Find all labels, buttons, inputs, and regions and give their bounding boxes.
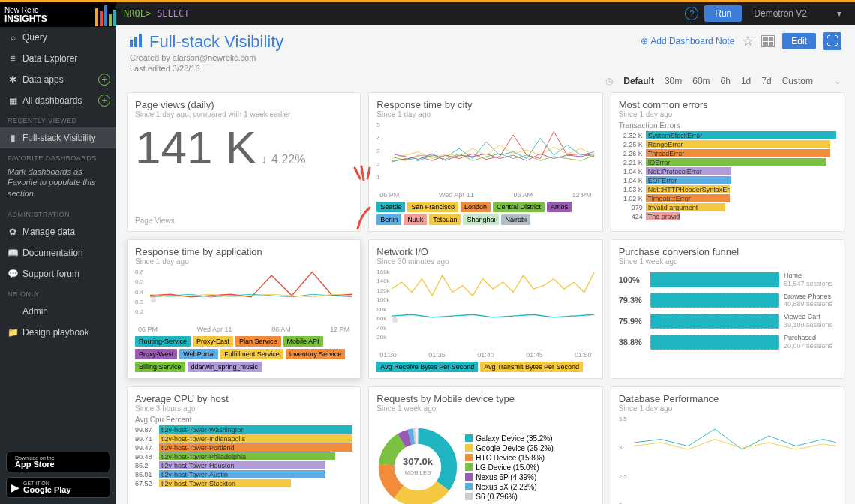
sidebar-item-manage-data[interactable]: ✿Manage data (0, 221, 116, 242)
legend-row[interactable]: Galaxy Device (35.2%) (465, 434, 553, 442)
cpu-row[interactable]: 90.48tl2v-host-Tower-Philadelphia (135, 452, 352, 460)
error-row[interactable]: 2.32 KSystemStackError (619, 131, 836, 140)
legend-row[interactable]: Google Device (25.2%) (465, 444, 553, 452)
error-row[interactable]: 1.02 KTimeout::Error (619, 194, 836, 202)
line-chart-icon (392, 268, 594, 322)
legend-chip[interactable]: Proxy-West (135, 349, 177, 359)
legend-chip[interactable]: Nairobi (501, 214, 530, 225)
card-response-city[interactable]: Response time by city Since 1 day ago 54… (368, 92, 602, 232)
legend-row[interactable]: HTC Device (15.8%) (465, 454, 553, 462)
error-row[interactable]: 1.04 KEOFError (619, 176, 836, 184)
add-icon[interactable]: + (98, 94, 110, 106)
legend-chip[interactable]: Nuuk (404, 214, 427, 225)
nav-icon: ▮ (8, 133, 18, 143)
legend-chip[interactable]: Avg Receive Bytes Per Second (376, 362, 478, 372)
time-option-7d[interactable]: 7d (761, 76, 771, 86)
card-cpu[interactable]: Average CPU by host Since 3 hours ago Av… (127, 386, 361, 504)
grid-view-icon[interactable] (761, 35, 775, 47)
legend-chip[interactable]: Billing Service (135, 362, 185, 372)
cpu-row[interactable]: 99.47tl2v-host-Tower-Portland (135, 443, 352, 452)
time-option-1d[interactable]: 1d (741, 76, 751, 86)
time-option-30m[interactable]: 30m (664, 76, 682, 86)
sidebar-item-support-forum[interactable]: 💬Support forum (0, 263, 116, 284)
legend-chip[interactable]: Shanghai (463, 214, 499, 225)
legend-chip[interactable]: Proxy-East (193, 336, 233, 346)
cpu-row[interactable]: 86.01tl2v-host-Tower-Austin (135, 470, 352, 478)
section-recently-viewed: RECENTLY VIEWED (0, 111, 116, 128)
legend-chip[interactable]: Plan Service (236, 336, 281, 346)
cpu-row[interactable]: 99.87tl2v-host-Tower-Washington (135, 425, 352, 434)
help-icon[interactable]: ? (685, 7, 698, 20)
favorite-icon[interactable]: ☆ (742, 33, 754, 50)
card-pageviews[interactable]: Page views (daily) Since 1 day ago, comp… (127, 92, 361, 232)
sidebar-item-all-dashboards[interactable]: ▦All dashboards+ (0, 90, 116, 111)
cpu-row[interactable]: 67.52tl2v-host-Tower-Stockton (135, 479, 352, 488)
legend-row[interactable]: LG Device (15.0%) (465, 464, 553, 472)
card-response-app[interactable]: Response time by application Since 1 day… (127, 239, 361, 379)
sidebar-item-admin[interactable]: Admin (0, 301, 116, 322)
legend-chip[interactable]: Routing-Service (135, 336, 190, 346)
legend-chip[interactable]: ddarwin_spring_music (188, 362, 262, 372)
chevron-down-icon[interactable]: ⌄ (834, 76, 842, 86)
time-option-6h[interactable]: 6h (721, 76, 730, 86)
plus-circle-icon: ⊕ (640, 36, 648, 46)
legend-chip[interactable]: Berlin (376, 214, 401, 225)
sidebar-item-data-apps[interactable]: ✱Data apps+ (0, 69, 116, 90)
funnel-row[interactable]: 38.8%Purchased20,007 sessions (619, 334, 836, 350)
error-row[interactable]: 2.21 KIOError (619, 158, 836, 166)
card-mobile[interactable]: Requests by Mobile device type Since 1 w… (368, 386, 602, 504)
legend-chip[interactable]: San Francisco (407, 202, 458, 212)
legend-chip[interactable]: Tetouan (429, 214, 460, 225)
legend-chip[interactable]: Inventory Service (286, 349, 346, 359)
error-row[interactable]: 1.04 KNet::ProtocolError (619, 167, 836, 176)
sidebar-item-documentation[interactable]: 📖Documentation (0, 242, 116, 263)
legend-chip[interactable]: Fulfillment Service (220, 349, 284, 359)
error-row[interactable]: 2.26 KThreadError (619, 149, 836, 158)
sidebar-item-full-stack-visibility[interactable]: ▮Full-stack Visibility (0, 128, 116, 148)
card-errors[interactable]: Most common errors Since 1 day ago Trans… (610, 92, 844, 232)
legend-chip[interactable]: Mobile API (284, 336, 323, 346)
funnel-row[interactable]: 79.3%Browse Phones40,889 sessions (619, 292, 836, 309)
funnel-row[interactable]: 100%Home51,547 sessions (619, 272, 836, 288)
account-dropdown[interactable]: Demotron V2▾ (748, 8, 848, 19)
legend-chip[interactable]: London (460, 202, 490, 212)
run-button[interactable]: Run (704, 5, 742, 22)
cpu-row[interactable]: 99.71tl2v-host-Tower-Indianapolis (135, 434, 352, 442)
appstore-badge[interactable]: Download on theApp Store (6, 452, 110, 472)
legend-chip[interactable]: Amos (547, 202, 572, 212)
card-network[interactable]: Network I/O Since 30 minutes ago 160k140… (368, 239, 602, 379)
googleplay-badge[interactable]: ▶ GET IT ONGoogle Play (6, 477, 110, 498)
line-chart-icon (634, 416, 836, 456)
logo-product: INSIGHTS (4, 14, 47, 23)
error-row[interactable]: 2.26 KRangeError (619, 140, 836, 148)
error-row[interactable]: 1.03 KNet::HTTPHeaderSyntaxError (619, 185, 836, 194)
time-option-custom[interactable]: Custom (782, 76, 813, 86)
time-option-60m[interactable]: 60m (692, 76, 710, 86)
add-dashboard-note[interactable]: ⊕Add Dashboard Note (640, 36, 734, 46)
sidebar-item-data-explorer[interactable]: ≡Data Explorer (0, 48, 116, 69)
nrql-input[interactable]: SELECT (157, 8, 189, 19)
legend-row[interactable]: S6 (0.796%) (465, 493, 553, 501)
legend-chip[interactable]: Avg Transmit Bytes Per Second (480, 362, 583, 372)
card-subtitle: Since 1 day ago, compared with 1 week ea… (135, 110, 352, 118)
legend-chip[interactable]: WebPortal (179, 349, 218, 359)
edit-button[interactable]: Edit (782, 33, 816, 50)
legend-chip[interactable]: Central District (493, 202, 544, 212)
cpu-row[interactable]: 86.2tl2v-host-Tower-Houston (135, 461, 352, 470)
logo[interactable]: New Relic INSIGHTS (0, 0, 116, 27)
error-row[interactable]: 424The provided password exceeded the ma… (619, 212, 836, 220)
expand-button[interactable]: ⛶ (824, 32, 842, 50)
legend-chip[interactable]: Seattle (376, 202, 405, 212)
sidebar-item-design-playbook[interactable]: 📁Design playbook (0, 322, 116, 343)
error-row[interactable]: 979Invalid argument (619, 203, 836, 212)
card-funnel[interactable]: Purchase conversion funnel Since 1 week … (610, 239, 844, 379)
time-option-default[interactable]: Default (623, 76, 654, 86)
legend-row[interactable]: Nexus 5X (2.23%) (465, 483, 553, 491)
nav-icon: ≡ (8, 53, 18, 64)
funnel-row[interactable]: 75.9%Viewed Cart39,100 sessions (619, 313, 836, 329)
add-icon[interactable]: + (98, 74, 110, 86)
card-db[interactable]: Database Performance Since 1 day ago 3.5… (610, 386, 844, 504)
topbar: NRQL> SELECT ? Run Demotron V2▾ (116, 0, 855, 25)
sidebar-item-query[interactable]: ⌕Query (0, 27, 116, 48)
legend-row[interactable]: Nexus 6P (4.39%) (465, 473, 553, 482)
